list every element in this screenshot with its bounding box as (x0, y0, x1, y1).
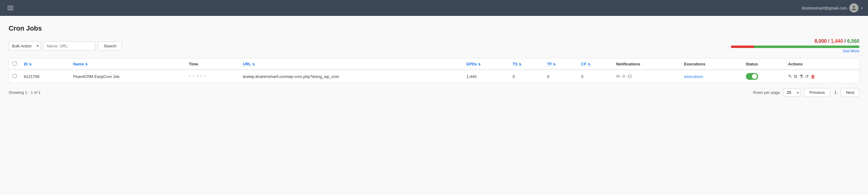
hamburger-line-1 (7, 6, 13, 6)
row-url: testwp.ibrahimsharif.com/wp-cron.php?doi… (239, 70, 463, 83)
row-time-stars: * * * * * (189, 74, 207, 79)
stats-bar (731, 45, 860, 48)
webhook-icon[interactable]: ☊ (628, 74, 632, 79)
col-id-label: ID (24, 62, 28, 66)
pagination-area: Rows per page: 10 25 50 100 Previous 1 N… (753, 88, 860, 97)
col-tf-sort-icon: ⇅ (553, 63, 556, 66)
test-icon[interactable]: ⚗ (799, 74, 803, 79)
bulk-action-wrapper: Bulk Action (8, 41, 41, 51)
col-name-label: Name (73, 62, 84, 66)
rows-select-wrapper: 10 25 50 100 (783, 88, 801, 96)
col-header-epds[interactable]: EPDs ⇅ (463, 58, 509, 70)
stats-used: 8,000 (814, 39, 827, 44)
table-header-row: ID ⇅ Name ⇅ Time URL ⇅ EP (9, 58, 859, 70)
executions-link[interactable]: executions (684, 74, 703, 79)
previous-button[interactable]: Previous (804, 88, 830, 97)
rows-per-page-select[interactable]: 10 25 50 100 (783, 88, 801, 96)
select-all-checkbox[interactable] (12, 62, 17, 66)
edit-icon[interactable]: ✎ (788, 74, 792, 79)
col-cf-sort-icon: ⇅ (588, 63, 590, 66)
col-header-url[interactable]: URL ⇅ (239, 58, 463, 70)
row-checkbox[interactable] (12, 74, 17, 78)
sms-icon[interactable]: ✛ (622, 74, 626, 79)
showing-text: Showing 1 - 1 of 1 (8, 90, 41, 95)
bulk-action-select[interactable]: Bulk Action (8, 41, 41, 51)
get-more-link[interactable]: Get More (731, 49, 860, 53)
row-cf: 0 (578, 70, 613, 83)
stats-sep1: / (827, 39, 831, 44)
history-icon[interactable]: ↺ (805, 74, 809, 79)
stats-over: 1,440 (831, 39, 843, 44)
row-name: FluentCRM EasyCron Job (69, 70, 185, 83)
col-header-id[interactable]: ID ⇅ (20, 58, 69, 70)
avatar (849, 3, 859, 12)
col-actions-label: Actions (788, 62, 803, 66)
col-tf-label: TF (547, 62, 552, 66)
copy-icon[interactable]: ⧉ (794, 74, 797, 79)
toolbar: Bulk Action Search 8,000 / 1,440 / 6,560… (8, 39, 860, 53)
col-status-label: Status (746, 62, 758, 66)
table-row: 6121708 FluentCRM EasyCron Job * * * * *… (9, 70, 859, 83)
toggle-slider (746, 73, 758, 80)
rows-per-page: Rows per page: 10 25 50 100 (753, 88, 801, 96)
row-ts: 0 (509, 70, 544, 83)
toolbar-left: Bulk Action Search (8, 41, 122, 51)
name-url-input[interactable] (43, 41, 95, 51)
cron-jobs-table: ID ⇅ Name ⇅ Time URL ⇅ EP (8, 58, 860, 83)
email-icon[interactable]: ✉ (616, 74, 620, 79)
row-tf: 0 (544, 70, 578, 83)
page-title: Cron Jobs (8, 25, 860, 32)
col-epds-label: EPDs (466, 62, 477, 66)
main-content: Cron Jobs Bulk Action Search 8,000 / 1,4… (0, 16, 868, 103)
top-navigation: ibrahimsharif@gmail.com ▾ (0, 0, 868, 16)
row-actions: ✎ ⧉ ⚗ ↺ 🗑 (784, 70, 859, 83)
col-notifications-label: Notifications (616, 62, 640, 66)
col-header-time: Time (185, 58, 239, 70)
table: ID ⇅ Name ⇅ Time URL ⇅ EP (9, 58, 859, 83)
col-name-sort-icon: ⇅ (85, 63, 88, 66)
col-header-status: Status (742, 58, 784, 70)
col-url-sort-icon: ⇅ (252, 63, 255, 66)
status-toggle[interactable] (746, 73, 758, 80)
row-epds: 1,440 (463, 70, 509, 83)
hamburger-line-3 (7, 9, 13, 10)
row-status (742, 70, 784, 83)
stats-sep2: / (843, 39, 847, 44)
col-header-cf[interactable]: CF ⇅ (578, 58, 613, 70)
current-page: 1 (833, 90, 838, 95)
rows-per-page-label: Rows per page: (753, 90, 781, 95)
table-footer: Showing 1 - 1 of 1 Rows per page: 10 25 … (8, 84, 860, 97)
col-epds-sort-icon: ⇅ (478, 63, 480, 66)
stats-remaining: 6,560 (847, 39, 860, 44)
search-button[interactable]: Search (98, 41, 122, 51)
row-executions: executions (680, 70, 742, 83)
col-ts-label: TS (513, 62, 518, 66)
hamburger-button[interactable] (5, 4, 15, 12)
row-notifications: ✉ ✛ ☊ (613, 70, 680, 83)
col-header-ts[interactable]: TS ⇅ (509, 58, 544, 70)
action-icons: ✎ ⧉ ⚗ ↺ 🗑 (788, 74, 856, 79)
col-header-name[interactable]: Name ⇅ (69, 58, 185, 70)
col-header-tf[interactable]: TF ⇅ (544, 58, 578, 70)
col-header-executions: Executions (680, 58, 742, 70)
col-header-actions: Actions (784, 58, 859, 70)
stats-bar-green (754, 45, 860, 48)
col-executions-label: Executions (684, 62, 705, 66)
user-menu-chevron-icon: ▾ (861, 6, 863, 10)
col-url-label: URL (243, 62, 251, 66)
delete-icon[interactable]: 🗑 (811, 74, 815, 79)
row-checkbox-cell (9, 70, 20, 83)
user-email: ibrahimsharif@gmail.com (802, 6, 847, 10)
col-time-label: Time (189, 62, 198, 66)
user-menu[interactable]: ibrahimsharif@gmail.com ▾ (802, 3, 863, 12)
stats-bar-red (731, 45, 754, 48)
col-cf-label: CF (581, 62, 586, 66)
notification-icons: ✉ ✛ ☊ (616, 74, 677, 79)
select-all-header (9, 58, 20, 70)
col-ts-sort-icon: ⇅ (519, 63, 521, 66)
stats-numbers: 8,000 / 1,440 / 6,560 (731, 39, 860, 44)
row-time: * * * * * (185, 70, 239, 83)
next-button[interactable]: Next (841, 88, 860, 97)
hamburger-line-2 (7, 8, 13, 8)
col-id-sort-icon: ⇅ (29, 63, 32, 66)
